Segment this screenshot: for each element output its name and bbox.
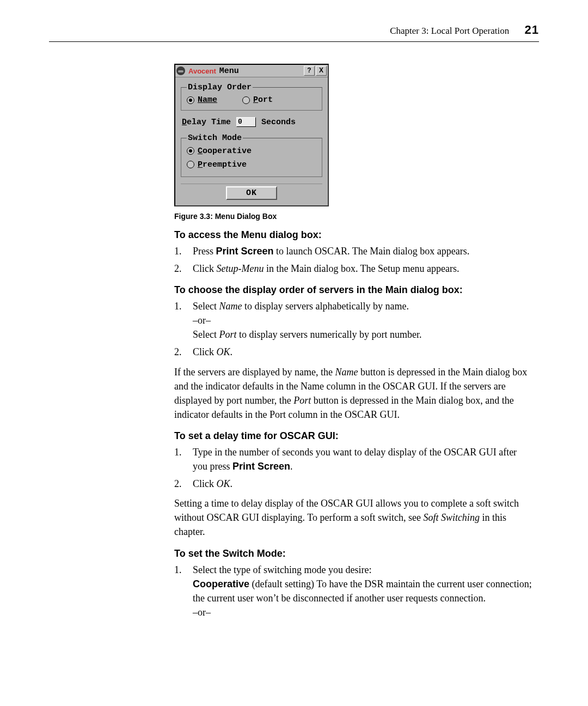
avocent-logo-icon bbox=[176, 66, 185, 75]
step-body: Click OK. bbox=[193, 477, 534, 491]
step-body: Select Name to display servers alphabeti… bbox=[193, 299, 534, 342]
switch-mode-preemptive-radio[interactable]: Preemptive bbox=[187, 160, 247, 169]
close-button[interactable]: X bbox=[316, 66, 327, 76]
step-body: Select the type of switching mode you de… bbox=[193, 563, 534, 619]
step-body: Click Setup-Menu in the Main dialog box.… bbox=[193, 261, 534, 276]
radio-unselected-icon bbox=[242, 96, 250, 104]
ok-button-label: OK bbox=[246, 188, 257, 198]
page-header: Chapter 3: Local Port Operation 21 bbox=[49, 23, 539, 42]
display-order-name-radio[interactable]: Name bbox=[187, 95, 217, 105]
delay-time-input[interactable]: 0 bbox=[236, 117, 256, 127]
switch-mode-cooperative-label: Cooperative bbox=[198, 147, 252, 156]
step-body: Press Print Screen to launch OSCAR. The … bbox=[193, 244, 534, 258]
step-number: 1. bbox=[174, 445, 193, 473]
paragraph-delay: Setting a time to delay display of the O… bbox=[174, 496, 534, 539]
step-body: Type in the number of seconds you want t… bbox=[193, 445, 534, 473]
delay-time-unit: Seconds bbox=[261, 118, 296, 127]
section-delay-head: To set a delay time for OSCAR GUI: bbox=[174, 430, 534, 442]
steps-delay: 1. Type in the number of seconds you wan… bbox=[174, 445, 534, 491]
step-number: 1. bbox=[174, 299, 193, 342]
step-number: 1. bbox=[174, 563, 193, 619]
help-button[interactable]: ? bbox=[304, 66, 315, 76]
steps-switch-mode: 1. Select the type of switching mode you… bbox=[174, 563, 534, 619]
display-order-group: Display Order Name Port bbox=[181, 83, 322, 111]
switch-mode-cooperative-radio[interactable]: Cooperative bbox=[187, 147, 252, 156]
step-number: 2. bbox=[174, 261, 193, 276]
step-number: 1. bbox=[174, 244, 193, 258]
figure-caption: Figure 3.3: Menu Dialog Box bbox=[174, 212, 534, 221]
display-order-port-label: Port bbox=[253, 95, 273, 105]
switch-mode-preemptive-label: Preemptive bbox=[198, 160, 247, 169]
paragraph-display-order: If the servers are displayed by name, th… bbox=[174, 365, 534, 422]
radio-selected-icon bbox=[187, 147, 194, 155]
display-order-name-label: Name bbox=[198, 95, 217, 105]
steps-display-order: 1. Select Name to display servers alphab… bbox=[174, 299, 534, 359]
dialog-titlebar: Avocent Menu ? X bbox=[175, 65, 328, 77]
ok-button[interactable]: OK bbox=[226, 186, 277, 200]
display-order-port-radio[interactable]: Port bbox=[242, 95, 273, 105]
step-number: 2. bbox=[174, 345, 193, 359]
page-number: 21 bbox=[525, 23, 539, 36]
delay-time-label: Delay Time bbox=[182, 118, 231, 127]
display-order-legend: Display Order bbox=[187, 83, 253, 92]
brand-label: Avocent bbox=[188, 67, 216, 75]
switch-mode-group: Switch Mode Cooperative Preemptive bbox=[181, 133, 322, 177]
section-switch-mode-head: To set the Switch Mode: bbox=[174, 548, 534, 559]
radio-selected-icon bbox=[187, 96, 194, 104]
steps-access: 1. Press Print Screen to launch OSCAR. T… bbox=[174, 244, 534, 276]
menu-dialog: Avocent Menu ? X Display Order Name bbox=[174, 64, 329, 206]
switch-mode-legend: Switch Mode bbox=[187, 133, 243, 143]
section-access-head: To access the Menu dialog box: bbox=[174, 229, 534, 241]
radio-unselected-icon bbox=[187, 161, 194, 168]
step-number: 2. bbox=[174, 477, 193, 491]
section-display-order-head: To choose the display order of servers i… bbox=[174, 284, 534, 296]
chapter-label: Chapter 3: Local Port Operation bbox=[390, 26, 509, 36]
step-body: Click OK. bbox=[193, 345, 534, 359]
delay-time-row: Delay Time 0 Seconds bbox=[182, 117, 321, 127]
dialog-title: Menu bbox=[219, 66, 303, 76]
